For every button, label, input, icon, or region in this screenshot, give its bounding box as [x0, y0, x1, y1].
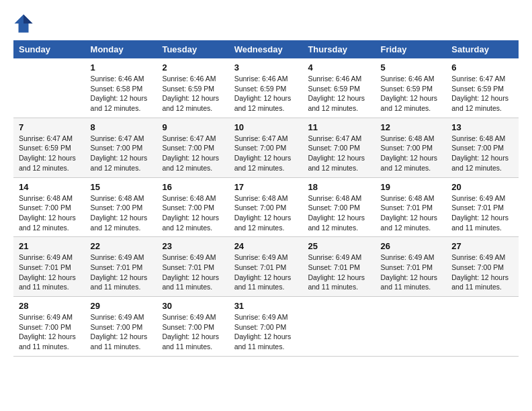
logo: [13, 13, 36, 34]
day-number: 12: [380, 122, 441, 132]
day-number: 13: [451, 122, 513, 132]
day-detail: Sunrise: 6:46 AM Sunset: 6:59 PM Dayligh…: [380, 74, 441, 113]
day-number: 27: [451, 241, 513, 251]
day-detail: Sunrise: 6:47 AM Sunset: 7:00 PM Dayligh…: [91, 134, 152, 173]
calendar-cell: 6Sunrise: 6:47 AM Sunset: 6:59 PM Daylig…: [446, 58, 519, 118]
column-header-monday: Monday: [85, 40, 157, 58]
day-number: 31: [234, 301, 298, 311]
day-number: 16: [162, 182, 223, 192]
day-detail: Sunrise: 6:46 AM Sunset: 6:59 PM Dayligh…: [234, 74, 298, 113]
day-detail: Sunrise: 6:49 AM Sunset: 7:00 PM Dayligh…: [19, 312, 80, 352]
day-detail: Sunrise: 6:49 AM Sunset: 7:00 PM Dayligh…: [234, 312, 298, 352]
day-number: 10: [234, 122, 298, 132]
column-header-tuesday: Tuesday: [157, 40, 228, 58]
calendar-cell: 4Sunrise: 6:46 AM Sunset: 6:59 PM Daylig…: [302, 58, 375, 118]
column-header-wednesday: Wednesday: [229, 40, 303, 58]
day-number: 11: [308, 122, 369, 132]
calendar-week-4: 21Sunrise: 6:49 AM Sunset: 7:01 PM Dayli…: [13, 237, 519, 297]
header-row: SundayMondayTuesdayWednesdayThursdayFrid…: [13, 40, 519, 58]
day-detail: Sunrise: 6:48 AM Sunset: 7:00 PM Dayligh…: [451, 134, 513, 173]
day-detail: Sunrise: 6:49 AM Sunset: 7:00 PM Dayligh…: [451, 253, 513, 292]
day-number: 7: [19, 122, 80, 132]
calendar-cell: [13, 58, 85, 118]
day-number: 17: [234, 182, 298, 192]
calendar-cell: 14Sunrise: 6:48 AM Sunset: 7:00 PM Dayli…: [13, 177, 85, 237]
calendar-cell: 10Sunrise: 6:47 AM Sunset: 7:00 PM Dayli…: [229, 118, 303, 177]
day-detail: Sunrise: 6:47 AM Sunset: 7:00 PM Dayligh…: [234, 134, 298, 173]
calendar-cell: 2Sunrise: 6:46 AM Sunset: 6:59 PM Daylig…: [157, 58, 228, 118]
day-detail: Sunrise: 6:48 AM Sunset: 7:00 PM Dayligh…: [162, 193, 223, 233]
day-number: 6: [451, 62, 513, 73]
calendar-cell: [446, 297, 519, 357]
day-number: 9: [162, 122, 223, 132]
day-number: 22: [91, 241, 152, 251]
day-number: 23: [162, 241, 223, 251]
day-detail: Sunrise: 6:47 AM Sunset: 6:59 PM Dayligh…: [19, 134, 80, 173]
day-number: 15: [91, 182, 152, 192]
calendar-cell: 27Sunrise: 6:49 AM Sunset: 7:00 PM Dayli…: [446, 237, 519, 297]
calendar-week-2: 7Sunrise: 6:47 AM Sunset: 6:59 PM Daylig…: [13, 118, 519, 177]
day-detail: Sunrise: 6:49 AM Sunset: 7:00 PM Dayligh…: [162, 312, 223, 352]
day-number: 1: [91, 62, 152, 73]
day-number: 3: [234, 62, 298, 73]
day-detail: Sunrise: 6:46 AM Sunset: 6:58 PM Dayligh…: [91, 74, 152, 113]
day-number: 18: [308, 182, 369, 192]
day-number: 5: [380, 62, 441, 73]
day-detail: Sunrise: 6:49 AM Sunset: 7:01 PM Dayligh…: [91, 253, 152, 292]
calendar-cell: 5Sunrise: 6:46 AM Sunset: 6:59 PM Daylig…: [375, 58, 446, 118]
calendar-cell: 21Sunrise: 6:49 AM Sunset: 7:01 PM Dayli…: [13, 237, 85, 297]
day-detail: Sunrise: 6:47 AM Sunset: 7:00 PM Dayligh…: [162, 134, 223, 173]
day-detail: Sunrise: 6:49 AM Sunset: 7:01 PM Dayligh…: [234, 253, 298, 292]
calendar-body: 1Sunrise: 6:46 AM Sunset: 6:58 PM Daylig…: [13, 58, 519, 356]
day-number: 28: [19, 301, 80, 311]
day-detail: Sunrise: 6:46 AM Sunset: 6:59 PM Dayligh…: [308, 74, 369, 113]
day-number: 4: [308, 62, 369, 73]
day-number: 19: [380, 182, 441, 192]
day-detail: Sunrise: 6:47 AM Sunset: 6:59 PM Dayligh…: [451, 74, 513, 113]
day-number: 2: [162, 62, 223, 73]
day-detail: Sunrise: 6:49 AM Sunset: 7:01 PM Dayligh…: [308, 253, 369, 292]
day-detail: Sunrise: 6:49 AM Sunset: 7:00 PM Dayligh…: [91, 312, 152, 352]
calendar-cell: [302, 297, 375, 357]
calendar-cell: 3Sunrise: 6:46 AM Sunset: 6:59 PM Daylig…: [229, 58, 303, 118]
day-detail: Sunrise: 6:49 AM Sunset: 7:01 PM Dayligh…: [451, 193, 513, 233]
day-detail: Sunrise: 6:48 AM Sunset: 7:00 PM Dayligh…: [91, 193, 152, 233]
day-detail: Sunrise: 6:47 AM Sunset: 7:00 PM Dayligh…: [308, 134, 369, 173]
calendar-cell: 24Sunrise: 6:49 AM Sunset: 7:01 PM Dayli…: [229, 237, 303, 297]
day-number: 8: [91, 122, 152, 132]
page-header: [13, 13, 519, 34]
calendar-cell: 29Sunrise: 6:49 AM Sunset: 7:00 PM Dayli…: [85, 297, 157, 357]
day-number: 30: [162, 301, 223, 311]
calendar-cell: 19Sunrise: 6:48 AM Sunset: 7:01 PM Dayli…: [375, 177, 446, 237]
calendar-table: SundayMondayTuesdayWednesdayThursdayFrid…: [13, 40, 519, 357]
calendar-week-1: 1Sunrise: 6:46 AM Sunset: 6:58 PM Daylig…: [13, 58, 519, 118]
day-number: 14: [19, 182, 80, 192]
day-detail: Sunrise: 6:48 AM Sunset: 7:00 PM Dayligh…: [234, 193, 298, 233]
calendar-cell: 16Sunrise: 6:48 AM Sunset: 7:00 PM Dayli…: [157, 177, 228, 237]
day-detail: Sunrise: 6:48 AM Sunset: 7:00 PM Dayligh…: [308, 193, 369, 233]
column-header-saturday: Saturday: [446, 40, 519, 58]
calendar-cell: 9Sunrise: 6:47 AM Sunset: 7:00 PM Daylig…: [157, 118, 228, 177]
day-detail: Sunrise: 6:49 AM Sunset: 7:01 PM Dayligh…: [19, 253, 80, 292]
calendar-week-3: 14Sunrise: 6:48 AM Sunset: 7:00 PM Dayli…: [13, 177, 519, 237]
svg-marker-1: [24, 15, 33, 24]
calendar-cell: 20Sunrise: 6:49 AM Sunset: 7:01 PM Dayli…: [446, 177, 519, 237]
calendar-cell: 7Sunrise: 6:47 AM Sunset: 6:59 PM Daylig…: [13, 118, 85, 177]
calendar-cell: 11Sunrise: 6:47 AM Sunset: 7:00 PM Dayli…: [302, 118, 375, 177]
calendar-cell: 26Sunrise: 6:49 AM Sunset: 7:01 PM Dayli…: [375, 237, 446, 297]
calendar-cell: 18Sunrise: 6:48 AM Sunset: 7:00 PM Dayli…: [302, 177, 375, 237]
column-header-thursday: Thursday: [302, 40, 375, 58]
calendar-cell: 17Sunrise: 6:48 AM Sunset: 7:00 PM Dayli…: [229, 177, 303, 237]
column-header-sunday: Sunday: [13, 40, 85, 58]
calendar-cell: [375, 297, 446, 357]
column-header-friday: Friday: [375, 40, 446, 58]
day-detail: Sunrise: 6:46 AM Sunset: 6:59 PM Dayligh…: [162, 74, 223, 113]
day-detail: Sunrise: 6:48 AM Sunset: 7:01 PM Dayligh…: [380, 193, 441, 233]
calendar-cell: 30Sunrise: 6:49 AM Sunset: 7:00 PM Dayli…: [157, 297, 228, 357]
calendar-header: SundayMondayTuesdayWednesdayThursdayFrid…: [13, 40, 519, 58]
calendar-cell: 1Sunrise: 6:46 AM Sunset: 6:58 PM Daylig…: [85, 58, 157, 118]
day-number: 26: [380, 241, 441, 251]
calendar-cell: 28Sunrise: 6:49 AM Sunset: 7:00 PM Dayli…: [13, 297, 85, 357]
calendar-cell: 22Sunrise: 6:49 AM Sunset: 7:01 PM Dayli…: [85, 237, 157, 297]
day-number: 29: [91, 301, 152, 311]
